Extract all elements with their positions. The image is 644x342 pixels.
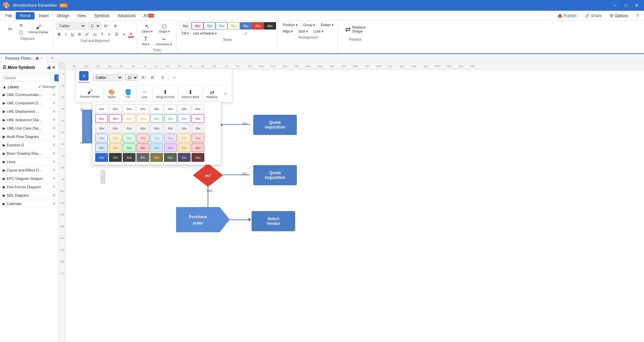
sidebar-item-basic-drawing[interactable]: ▶Basic Drawing Sha... ✕	[0, 149, 58, 158]
sp-swatch-2-1[interactable]: Abc	[95, 114, 108, 123]
remove-five-forces[interactable]: ✕	[52, 185, 56, 189]
sp-swatch-2-9[interactable]	[205, 114, 218, 123]
sidebar-item-uml-communication[interactable]: ▶UML Communicatio... ✕	[0, 91, 58, 99]
lock-btn[interactable]: Lock ▾	[311, 29, 326, 34]
sidebar-item-uml-deployment[interactable]: ▶UML Deployment ... ✕	[0, 107, 58, 116]
sidebar-item-express-g[interactable]: ▶Express-G ✕	[0, 141, 58, 149]
ft-fill[interactable]: 🪣 Fill	[122, 88, 134, 99]
sp-swatch-2-4[interactable]: Abc	[137, 114, 149, 123]
sp-swatch-5-5[interactable]: Abc	[150, 143, 163, 152]
menu-design[interactable]: Design	[53, 12, 73, 19]
sp-swatch-3-3[interactable]: Abc	[123, 124, 136, 133]
subscript-btn[interactable]: x₂	[91, 31, 99, 38]
sp-swatch-5-9[interactable]	[205, 143, 218, 152]
styles-expand-btn[interactable]: ⤢	[240, 30, 251, 37]
style-swatch-6[interactable]: Abc	[240, 22, 252, 30]
style-swatch-7[interactable]: Abc	[252, 22, 264, 30]
ft-dec-font-btn[interactable]: A⁻	[150, 74, 157, 81]
connector-btn[interactable]: ⤷ Connector ▾	[153, 35, 174, 47]
options-btn[interactable]: ⚙ Options	[606, 12, 633, 19]
ft-close-btn[interactable]: ✕	[171, 74, 178, 81]
sidebar-collapse-icon[interactable]: ✕	[52, 65, 56, 70]
sidebar-item-uml-sequence[interactable]: ▶UML Sequence Dia... ✕	[0, 116, 58, 124]
rotate-btn[interactable]: Rotate ▾	[318, 22, 335, 28]
sp-swatch-2-2[interactable]: Abc	[109, 114, 122, 123]
minimize-btn[interactable]: ─	[610, 2, 620, 9]
sp-swatch-1-7[interactable]: Abc	[178, 104, 191, 113]
underline-btn[interactable]: U	[69, 31, 76, 37]
remove-uml-component[interactable]: ✕	[52, 101, 56, 105]
remove-basic-drawing[interactable]: ✕	[52, 151, 56, 156]
menu-insert[interactable]: Insert	[35, 12, 53, 19]
sp-swatch-6-3[interactable]: Abc	[123, 153, 136, 162]
sp-swatch-2-6[interactable]: Abc	[164, 114, 177, 123]
ft-align-btn[interactable]: ≡	[159, 74, 166, 81]
share-btn[interactable]: 🔗 Share	[581, 12, 605, 19]
sp-swatch-5-1[interactable]: Abc	[95, 143, 108, 152]
menu-symbols[interactable]: Symbols	[90, 12, 114, 19]
sp-swatch-1-6[interactable]: Abc	[164, 104, 177, 113]
sp-swatch-1-3[interactable]: Abc	[123, 104, 136, 113]
shape-btn[interactable]: ⬡ Shape ▾	[156, 22, 172, 34]
ft-size-select[interactable]: 12	[125, 74, 138, 81]
font-size-select[interactable]: 12	[88, 22, 101, 30]
search-input[interactable]	[2, 75, 53, 81]
style-swatch-3[interactable]: Abc	[204, 22, 216, 30]
sp-swatch-6-4[interactable]: Abc	[137, 153, 149, 162]
menu-home[interactable]: Home	[16, 12, 35, 19]
size-btn[interactable]: Size ▾	[297, 29, 310, 34]
menu-advanced[interactable]: Advanced	[114, 12, 140, 19]
menu-view[interactable]: View	[73, 12, 90, 19]
sp-swatch-6-6[interactable]: Abc	[164, 153, 177, 162]
add-tab-btn[interactable]: ＋	[48, 55, 57, 62]
tab-process-flow[interactable]: Process Flowc... ✕	[1, 54, 47, 63]
list-btn[interactable]: ☰	[113, 31, 120, 38]
sp-swatch-1-4[interactable]: Abc	[137, 104, 149, 113]
style-swatch-8[interactable]: Abc	[264, 22, 276, 30]
sidebar-collapse-handle[interactable]: ‹	[101, 170, 105, 184]
sp-swatch-1-1[interactable]: Abc	[95, 104, 108, 113]
remove-cause-effect[interactable]: ✕	[52, 168, 56, 173]
sp-swatch-6-5[interactable]: Abc	[150, 153, 163, 162]
sp-swatch-2-5[interactable]: Abc	[150, 114, 163, 123]
sp-swatch-3-2[interactable]: Abc	[109, 124, 122, 133]
style-swatch-4[interactable]: Abc	[216, 22, 228, 30]
sp-swatch-2-7[interactable]: Abc	[178, 114, 191, 123]
remove-audit-flow[interactable]: ✕	[52, 134, 56, 139]
format-painter-btn[interactable]: 🖌Format Painter	[26, 23, 51, 35]
help-btn[interactable]: ?	[632, 12, 643, 19]
clear-format-btn[interactable]: T	[99, 31, 106, 37]
cut-btn[interactable]: ✂	[4, 25, 16, 33]
sidebar-item-audit-flow[interactable]: ▶Audit Flow Diagram ✕	[0, 133, 58, 141]
align-btn[interactable]: ≡	[121, 31, 127, 37]
style-swatch-5[interactable]: Abc	[228, 22, 240, 30]
selection-handle-tl[interactable]	[81, 108, 83, 110]
ft-replace[interactable]: ⇄ Replace	[205, 88, 219, 99]
remove-epc[interactable]: ✕	[52, 176, 56, 181]
diamond-ok[interactable]: ok?	[193, 163, 223, 187]
sp-swatch-5-6[interactable]: Abc	[164, 143, 177, 152]
library-toggle[interactable]: ▲ Library	[3, 85, 19, 89]
ft-font-select[interactable]: Calibri	[93, 74, 123, 81]
remove-express-g[interactable]: ✕	[52, 143, 56, 147]
paste-btn[interactable]: 📋	[17, 29, 25, 36]
ft-send-back[interactable]: ⬇ Send to Back	[180, 88, 201, 99]
sp-swatch-4-8[interactable]: Abc	[192, 134, 204, 142]
sp-swatch-5-3[interactable]: Abc	[123, 143, 136, 152]
align-btn2[interactable]: Align ▾	[280, 29, 295, 34]
style-swatch-1[interactable]: Abc	[179, 22, 192, 30]
sp-swatch-3-5[interactable]: Abc	[150, 124, 163, 133]
ft-inc-font-btn[interactable]: A⁺	[140, 74, 148, 81]
sp-swatch-1-9[interactable]	[205, 104, 218, 113]
sidebar-item-epc[interactable]: ▶EPC Diagram Shapes ✕	[0, 175, 58, 183]
sp-swatch-5-4[interactable]: Abc	[137, 143, 149, 152]
remove-uml-sequence[interactable]: ✕	[52, 117, 56, 122]
ft-bring-front[interactable]: ⬆ Bring to Front	[155, 88, 176, 99]
line-btn[interactable]: Line ▾	[192, 30, 203, 37]
fill-btn[interactable]: Fill ▾	[179, 30, 191, 37]
sp-swatch-1-5[interactable]: Abc	[150, 104, 163, 113]
close-btn[interactable]: ✕	[632, 2, 641, 9]
select-vendor[interactable]: SelectVendor	[252, 211, 295, 231]
sidebar-item-uml-component[interactable]: ▶UML Component D... ✕	[0, 99, 58, 107]
remove-lines[interactable]: ✕	[52, 159, 56, 164]
